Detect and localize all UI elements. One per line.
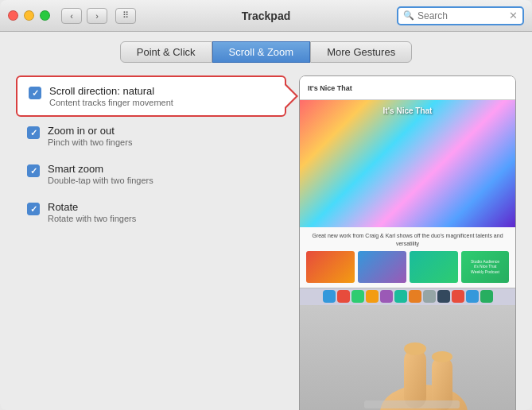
dock-icon-3 xyxy=(351,290,364,303)
dock-icon-1 xyxy=(323,290,336,303)
nav-buttons: ‹ › ⠿ xyxy=(61,8,136,24)
checkmark-icon: ✓ xyxy=(30,129,37,137)
trackpad-demo xyxy=(300,305,515,410)
website-img-1 xyxy=(306,251,355,283)
search-icon: 🔍 xyxy=(403,10,414,21)
setting-desc-zoom-in-out: Pinch with two fingers xyxy=(48,137,132,147)
website-title: It's Nice That xyxy=(308,84,352,92)
setting-rotate: ✓ Rotate Rotate with two fingers xyxy=(16,193,286,231)
setting-title-zoom-in-out: Zoom in or out xyxy=(48,125,132,137)
tab-more-gestures[interactable]: More Gestures xyxy=(310,41,412,63)
grid-button[interactable]: ⠿ xyxy=(115,8,136,24)
tab-bar: Point & Click Scroll & Zoom More Gesture… xyxy=(0,32,532,63)
demo-panel: It's Nice That It's Nice That Great new … xyxy=(299,75,516,410)
checkbox-zoom-in-out[interactable]: ✓ xyxy=(27,126,40,139)
content-area: ✓ Scroll direction: natural Content trac… xyxy=(0,63,532,410)
settings-panel: ✓ Scroll direction: natural Content trac… xyxy=(16,75,286,410)
checkmark-icon: ✓ xyxy=(32,89,39,98)
main-content: Point & Click Scroll & Zoom More Gesture… xyxy=(0,32,532,410)
checkbox-rotate[interactable]: ✓ xyxy=(27,203,40,215)
website-images-row: Studio Audience it's Nice That Weekly Po… xyxy=(306,251,509,283)
dock-icon-2 xyxy=(337,290,350,303)
website-banner-title: It's Nice That xyxy=(383,106,433,115)
titlebar: ‹ › ⠿ Trackpad 🔍 ✕ xyxy=(0,0,532,32)
setting-scroll-direction: ✓ Scroll direction: natural Content trac… xyxy=(16,75,286,117)
website-sidebar-box: Studio Audience it's Nice That Weekly Po… xyxy=(461,251,509,283)
setting-zoom-in-out: ✓ Zoom in or out Pinch with two fingers xyxy=(16,117,286,155)
browser-screenshot: It's Nice That It's Nice That Great new … xyxy=(300,76,515,305)
dock-icon-7 xyxy=(409,290,421,303)
dock-icon-9 xyxy=(437,290,450,303)
window-title: Trackpad xyxy=(242,10,290,22)
setting-desc-smart-zoom: Double-tap with two fingers xyxy=(48,176,153,185)
website-sidebar-text-3: Weekly Podcast xyxy=(471,269,499,275)
svg-point-3 xyxy=(404,342,426,355)
search-box[interactable]: 🔍 ✕ xyxy=(397,6,524,25)
setting-title-rotate: Rotate xyxy=(48,201,136,213)
setting-smart-zoom: ✓ Smart zoom Double-tap with two fingers xyxy=(16,155,286,193)
svg-point-4 xyxy=(432,351,452,362)
dock-icon-5 xyxy=(380,290,393,303)
checkbox-smart-zoom[interactable]: ✓ xyxy=(27,164,40,177)
setting-text-scroll-direction: Scroll direction: natural Content tracks… xyxy=(49,85,173,107)
hand-illustration xyxy=(309,309,515,410)
search-clear-icon[interactable]: ✕ xyxy=(509,10,518,21)
dock-icon-4 xyxy=(366,290,379,303)
website-body-text: Great new work from Craig & Karl shows o… xyxy=(306,232,509,248)
setting-text-rotate: Rotate Rotate with two fingers xyxy=(48,201,136,223)
dock-icon-11 xyxy=(466,290,479,303)
forward-button[interactable]: › xyxy=(87,8,107,24)
tab-point-click[interactable]: Point & Click xyxy=(120,41,212,63)
setting-title-smart-zoom: Smart zoom xyxy=(48,163,153,175)
checkbox-scroll-direction[interactable]: ✓ xyxy=(29,87,41,99)
search-input[interactable] xyxy=(417,10,509,21)
website-img-2 xyxy=(358,251,406,283)
back-button[interactable]: ‹ xyxy=(61,8,82,24)
setting-desc-rotate: Rotate with two fingers xyxy=(48,214,136,223)
setting-text-zoom-in-out: Zoom in or out Pinch with two fingers xyxy=(48,125,132,147)
checkmark-icon: ✓ xyxy=(30,205,37,214)
demo-browser: It's Nice That It's Nice That Great new … xyxy=(300,76,515,305)
setting-desc-scroll-direction: Content tracks finger movement xyxy=(49,98,173,107)
website-header: It's Nice That xyxy=(300,76,515,100)
mac-dock xyxy=(300,288,515,305)
setting-text-smart-zoom: Smart zoom Double-tap with two fingers xyxy=(48,163,153,185)
traffic-lights xyxy=(8,10,50,21)
dock-icon-12 xyxy=(480,290,493,303)
maximize-button[interactable] xyxy=(40,10,50,21)
checkmark-icon: ✓ xyxy=(30,167,37,176)
setting-title-scroll-direction: Scroll direction: natural xyxy=(49,85,173,97)
dock-icon-10 xyxy=(452,290,464,303)
dock-icon-6 xyxy=(394,290,407,303)
svg-rect-1 xyxy=(404,349,426,408)
close-button[interactable] xyxy=(8,10,18,21)
svg-rect-5 xyxy=(364,400,460,408)
website-body: Great new work from Craig & Karl shows o… xyxy=(300,227,515,288)
website-banner: It's Nice That xyxy=(300,100,515,227)
minimize-button[interactable] xyxy=(24,10,34,21)
tab-scroll-zoom[interactable]: Scroll & Zoom xyxy=(212,41,311,63)
dock-icon-8 xyxy=(423,290,436,303)
website-img-3 xyxy=(410,251,458,283)
